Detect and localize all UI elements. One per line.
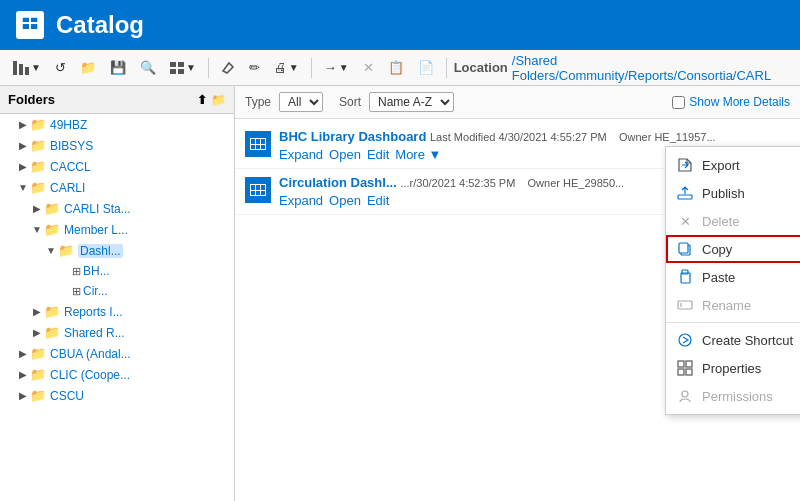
toolbar-reports-btn[interactable]: ▼	[8, 59, 46, 77]
sidebar-item-label: CLIC (Coope...	[50, 368, 130, 382]
sidebar-item-CLIC[interactable]: ▶ 📁 CLIC (Coope...	[0, 364, 234, 385]
sidebar-item-label: CACCL	[50, 160, 91, 174]
create-shortcut-label: Create Shortcut	[702, 333, 793, 348]
sidebar-item-Shared-R[interactable]: ▶ 📁 Shared R...	[0, 322, 234, 343]
svg-rect-7	[25, 67, 29, 75]
folder-icon: 📁	[30, 346, 46, 361]
menu-item-paste[interactable]: Paste	[666, 263, 800, 291]
sidebar-item-label: Dashl...	[78, 244, 123, 258]
sidebar-item-49HBZ[interactable]: ▶ 📁 49HBZ	[0, 114, 234, 135]
menu-item-rename[interactable]: Rename	[666, 291, 800, 319]
sidebar-item-label: Shared R...	[64, 326, 125, 340]
sidebar-item-label: CARLI Sta...	[64, 202, 131, 216]
item-meta: Last Modified 4/30/2021 4:55:27 PM Owner…	[430, 131, 716, 143]
publish-label: Publish	[702, 186, 745, 201]
filter-bar: Type All Sort Name A-Z Show More Details	[235, 86, 800, 119]
item-icon	[245, 131, 271, 157]
properties-icon	[676, 359, 694, 377]
menu-item-create-shortcut[interactable]: Create Shortcut	[666, 326, 800, 354]
sidebar-item-Member-L[interactable]: ▼ 📁 Member L...	[0, 219, 234, 240]
folder-icon: 📁	[58, 243, 74, 258]
type-filter-select[interactable]: All	[279, 92, 323, 112]
delete-label: Delete	[702, 214, 740, 229]
svg-rect-17	[678, 301, 692, 309]
menu-item-delete[interactable]: ✕ Delete	[666, 207, 800, 235]
open-link[interactable]: Open	[329, 147, 361, 162]
folder-icon: 📁	[30, 159, 46, 174]
location-bar: Location /Shared Folders/Community/Repor…	[454, 53, 792, 83]
toolbar-edit2-btn[interactable]: ✏	[244, 58, 265, 77]
menu-item-export[interactable]: Export	[666, 151, 800, 179]
toggle-icon: ▶	[16, 160, 30, 174]
item-title[interactable]: Circulation Dashl...	[279, 175, 397, 190]
edit-link[interactable]: Edit	[367, 193, 389, 208]
svg-rect-12	[678, 195, 692, 199]
toolbar-search-btn[interactable]: 🔍	[135, 58, 161, 77]
svg-rect-6	[19, 64, 23, 75]
sidebar-item-CACCL[interactable]: ▶ 📁 CACCL	[0, 156, 234, 177]
toggle-icon: ▶	[30, 326, 44, 340]
toolbar-delete-btn[interactable]: ✕	[358, 58, 379, 77]
folder-icon: 📁	[30, 138, 46, 153]
separator1	[208, 58, 209, 78]
toolbar-save-btn[interactable]: 💾	[105, 58, 131, 77]
publish-icon	[676, 184, 694, 202]
toolbar-grid-btn[interactable]: ▼	[165, 60, 201, 76]
permissions-icon	[676, 387, 694, 405]
svg-rect-23	[686, 369, 692, 375]
show-more-details-label: Show More Details	[689, 95, 790, 109]
toggle-icon: ▶	[16, 347, 30, 361]
toolbar-refresh-btn[interactable]: ↺	[50, 58, 71, 77]
context-menu: Export Publish ✕ Delete Copy	[665, 146, 800, 415]
sidebar-item-Dashl[interactable]: ▼ 📁 Dashl...	[0, 240, 234, 261]
sidebar-item-CARLI[interactable]: ▼ 📁 CARLI	[0, 177, 234, 198]
svg-rect-2	[22, 24, 29, 29]
toolbar-print-btn[interactable]: 🖨▼	[269, 58, 304, 77]
sidebar-item-Cir[interactable]: ▶ ⊞ Cir...	[0, 281, 234, 301]
more-link[interactable]: More ▼	[395, 147, 441, 162]
location-label: Location	[454, 60, 508, 75]
sidebar-item-Reports-I[interactable]: ▶ 📁 Reports I...	[0, 301, 234, 322]
toggle-icon: ▼	[30, 223, 44, 237]
folder-icon: 📁	[30, 388, 46, 403]
toolbar-paste-btn[interactable]: 📄	[413, 58, 439, 77]
item-title[interactable]: BHC Library Dashboard	[279, 129, 426, 144]
folder-icon: 📁	[44, 325, 60, 340]
sort-select[interactable]: Name A-Z	[369, 92, 454, 112]
sidebar-item-CARLI-Sta[interactable]: ▶ 📁 CARLI Sta...	[0, 198, 234, 219]
sidebar-item-BH[interactable]: ▶ ⊞ BH...	[0, 261, 234, 281]
expand-link[interactable]: Expand	[279, 193, 323, 208]
permissions-label: Permissions	[702, 389, 773, 404]
menu-item-publish[interactable]: Publish	[666, 179, 800, 207]
sidebar-item-label: BH...	[83, 264, 110, 278]
svg-rect-9	[178, 62, 184, 67]
sidebar-item-label: Member L...	[64, 223, 128, 237]
menu-item-copy[interactable]: Copy	[666, 235, 800, 263]
menu-item-properties[interactable]: Properties	[666, 354, 800, 382]
sidebar-item-CBUA[interactable]: ▶ 📁 CBUA (Andal...	[0, 343, 234, 364]
toggle-icon: ▶	[30, 305, 44, 319]
expand-icon[interactable]: ⬆	[197, 93, 207, 107]
svg-rect-21	[686, 361, 692, 367]
edit-link[interactable]: Edit	[367, 147, 389, 162]
open-link[interactable]: Open	[329, 193, 361, 208]
toolbar-copy2-btn[interactable]: 📋	[383, 58, 409, 77]
toolbar-folder-btn[interactable]: 📁	[75, 58, 101, 77]
shortcut-icon	[676, 331, 694, 349]
svg-point-19	[679, 334, 691, 346]
sidebar-item-CSCU[interactable]: ▶ 📁 CSCU	[0, 385, 234, 406]
show-more-details-checkbox[interactable]	[672, 96, 685, 109]
sidebar-item-label: CBUA (Andal...	[50, 347, 131, 361]
sidebar-item-BIBSYS[interactable]: ▶ 📁 BIBSYS	[0, 135, 234, 156]
toggle-icon: ▼	[16, 181, 30, 195]
toolbar-forward-btn[interactable]: →▼	[319, 58, 354, 77]
item-info: BHC Library Dashboard Last Modified 4/30…	[279, 129, 716, 162]
toggle-icon: ▶	[16, 118, 30, 132]
export-icon	[676, 156, 694, 174]
new-folder-icon[interactable]: 📁	[211, 93, 226, 107]
menu-item-permissions[interactable]: Permissions	[666, 382, 800, 410]
expand-link[interactable]: Expand	[279, 147, 323, 162]
toolbar-edit1-btn[interactable]	[216, 59, 240, 77]
sidebar-item-label: CARLI	[50, 181, 85, 195]
sidebar-item-label: Reports I...	[64, 305, 123, 319]
